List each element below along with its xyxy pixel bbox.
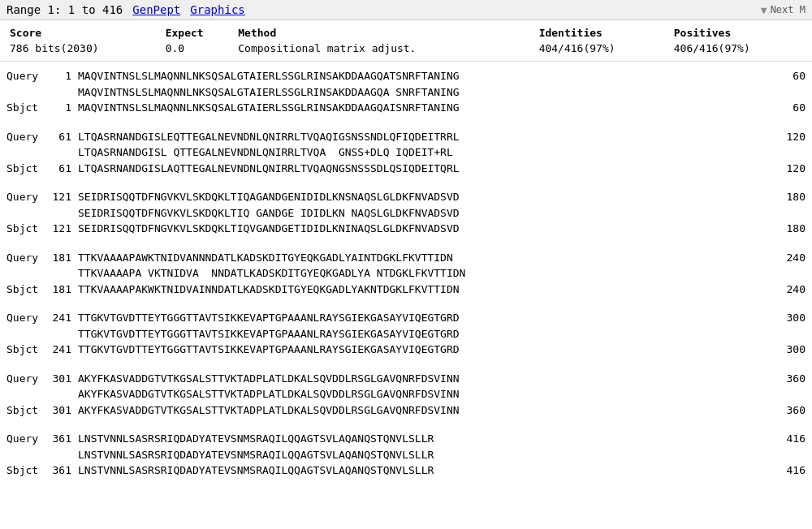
query-row: Query241TTGKVTGVDTTEYTGGGTTAVTSIKKEVAPTG… bbox=[6, 310, 806, 326]
graphics-link[interactable]: Graphics bbox=[190, 3, 244, 16]
sbjct-label: Sbjct bbox=[6, 342, 49, 358]
sbjct-start: 301 bbox=[49, 402, 78, 419]
sbjct-end: 240 bbox=[773, 282, 806, 298]
score-value: 786 bits(2030) bbox=[6, 41, 162, 56]
sbjct-label: Sbjct bbox=[6, 100, 49, 116]
expect-value: 0.0 bbox=[162, 41, 235, 56]
match-seq: TTKVAAAAPA VKTNIDVA NNDATLKADSKDITGYEQKG… bbox=[78, 265, 806, 282]
query-row: Query361LNSTVNNLSASRSRIQDADYATEVSNMSRAQI… bbox=[6, 431, 806, 447]
query-label: Query bbox=[6, 189, 49, 205]
query-label: Query bbox=[6, 371, 49, 387]
query-row: Query1MAQVINTNSLSLMAQNNLNKSQSALGTAIERLSS… bbox=[6, 68, 806, 84]
match-seq: AKYFKASVADDGTVTKGSALSTTVKTADPLATLDKALSQV… bbox=[78, 386, 806, 402]
sbjct-seq: MAQVINTNSLSLMAQNNLNKSQSALGTAIERLSSGLRINS… bbox=[78, 100, 773, 116]
scores-table: Score Expect Method Identities Positives… bbox=[6, 25, 806, 56]
sbjct-start: 61 bbox=[49, 161, 78, 177]
query-end: 360 bbox=[773, 371, 806, 387]
match-row: TTKVAAAAPA VKTNIDVA NNDATLKADSKDITGYEQKG… bbox=[6, 265, 806, 282]
identities-header: Identities bbox=[536, 25, 671, 41]
sbjct-label: Sbjct bbox=[6, 462, 49, 479]
sbjct-seq: AKYFKASVADDGTVTKGSALSTTVKTADPLATLDKALSQV… bbox=[78, 402, 773, 419]
query-row: Query181TTKVAAAAPAWKTNIDVANNNDATLKADSKDI… bbox=[6, 250, 806, 266]
method-header: Method bbox=[235, 25, 535, 41]
range-label: Range 1: 1 to 416 bbox=[6, 3, 123, 16]
query-row: Query61LTQASRNANDGISLEQTTEGALNEVNDNLQNIR… bbox=[6, 129, 806, 145]
sbjct-start: 181 bbox=[49, 282, 78, 298]
score-header: Score bbox=[6, 25, 162, 41]
sbjct-seq: TTGKVTGVDTTEYTGGGTTAVTSIKKEVAPTGPAAANLRA… bbox=[78, 342, 773, 358]
query-end: 416 bbox=[773, 431, 806, 447]
sbjct-seq: TTKVAAAAPAKWKTNIDVAINNDATLKADSKDITGYEQKG… bbox=[78, 282, 773, 298]
alignment-block-3: Query181TTKVAAAAPAWKTNIDVANNNDATLKADSKDI… bbox=[6, 250, 806, 298]
sbjct-row: Sbjct121SEIDRISQQTDFNGVKVLSKDQKLTIQVGAND… bbox=[6, 221, 806, 237]
sbjct-start: 241 bbox=[49, 342, 78, 358]
query-end: 120 bbox=[773, 129, 806, 145]
query-end: 180 bbox=[773, 189, 806, 205]
query-start: 241 bbox=[49, 310, 78, 326]
match-seq: SEIDRISQQTDFNGVKVLSKDQKLTIQ GANDGE IDIDL… bbox=[78, 205, 806, 221]
alignment-block-2: Query121SEIDRISQQTDFNGVKVLSKDQKLTIQAGAND… bbox=[6, 189, 806, 237]
sbjct-label: Sbjct bbox=[6, 282, 49, 298]
alignment-block-0: Query1MAQVINTNSLSLMAQNNLNKSQSALGTAIERLSS… bbox=[6, 68, 806, 116]
query-label: Query bbox=[6, 129, 49, 145]
query-start: 181 bbox=[49, 250, 78, 266]
query-seq: SEIDRISQQTDFNGVKVLSKDQKLTIQAGANDGENIDIDL… bbox=[78, 189, 773, 205]
next-match-label[interactable]: Next M bbox=[771, 4, 806, 15]
match-row: LNSTVNNLSASRSRIQDADYATEVSNMSRAQILQQAGTSV… bbox=[6, 447, 806, 463]
alignment-block-6: Query361LNSTVNNLSASRSRIQDADYATEVSNMSRAQI… bbox=[6, 431, 806, 479]
positives-header: Positives bbox=[671, 25, 806, 41]
query-label: Query bbox=[6, 431, 49, 447]
scores-section: Score Expect Method Identities Positives… bbox=[0, 20, 812, 62]
scores-row: 786 bits(2030) 0.0 Compositional matrix … bbox=[6, 41, 806, 56]
method-value: Compositional matrix adjust. bbox=[235, 41, 535, 56]
match-seq: LNSTVNNLSASRSRIQDADYATEVSNMSRAQILQQAGTSV… bbox=[78, 447, 806, 463]
sbjct-seq: LNSTVNNLSASRSRIQDADYATEVSNMSRAQILQQAGTSV… bbox=[78, 462, 773, 479]
query-end: 240 bbox=[773, 250, 806, 266]
query-seq: TTGKVTGVDTTEYTGGGTTAVTSIKKEVAPTGPAAANLRA… bbox=[78, 310, 773, 326]
sbjct-seq: LTQASRNANDGISLAQTTEGALNEVNDNLQNIRRLTVQAQ… bbox=[78, 161, 773, 177]
sbjct-row: Sbjct61LTQASRNANDGISLAQTTEGALNEVNDNLQNIR… bbox=[6, 161, 806, 177]
genpept-link[interactable]: GenPept bbox=[132, 3, 180, 16]
sbjct-start: 361 bbox=[49, 462, 78, 479]
sbjct-label: Sbjct bbox=[6, 221, 49, 237]
sbjct-end: 300 bbox=[773, 342, 806, 358]
sbjct-row: Sbjct361LNSTVNNLSASRSRIQDADYATEVSNMSRAQI… bbox=[6, 462, 806, 479]
alignment-block-4: Query241TTGKVTGVDTTEYTGGGTTAVTSIKKEVAPTG… bbox=[6, 310, 806, 358]
query-start: 61 bbox=[49, 129, 78, 145]
query-label: Query bbox=[6, 310, 49, 326]
expect-header: Expect bbox=[162, 25, 235, 41]
query-label: Query bbox=[6, 68, 49, 84]
query-start: 1 bbox=[49, 68, 78, 84]
query-seq: MAQVINTNSLSLMAQNNLNKSQSALGTAIERLSSGLRINS… bbox=[78, 68, 773, 84]
sbjct-end: 360 bbox=[773, 402, 806, 419]
query-end: 60 bbox=[773, 68, 806, 84]
match-row: MAQVINTNSLSLMAQNNLNKSQSALGTAIERLSSGLRINS… bbox=[6, 84, 806, 101]
match-row: TTGKVTGVDTTEYTGGGTTAVTSIKKEVAPTGPAAANLRA… bbox=[6, 326, 806, 342]
sbjct-row: Sbjct241TTGKVTGVDTTEYTGGGTTAVTSIKKEVAPTG… bbox=[6, 342, 806, 358]
query-start: 301 bbox=[49, 371, 78, 387]
query-seq: LTQASRNANDGISLEQTTEGALNEVNDNLQNIRRLTVQAQ… bbox=[78, 129, 773, 145]
query-seq: LNSTVNNLSASRSRIQDADYATEVSNMSRAQILQQAGTSV… bbox=[78, 431, 773, 447]
alignment-block-5: Query301AKYFKASVADDGTVTKGSALSTTVKTADPLAT… bbox=[6, 371, 806, 419]
query-start: 121 bbox=[49, 189, 78, 205]
query-end: 300 bbox=[773, 310, 806, 326]
sbjct-end: 416 bbox=[773, 462, 806, 479]
sbjct-label: Sbjct bbox=[6, 402, 49, 419]
sbjct-start: 1 bbox=[49, 100, 78, 116]
match-row: LTQASRNANDGISL QTTEGALNEVNDNLQNIRRLTVQA … bbox=[6, 144, 806, 161]
alignment-section: Query1MAQVINTNSLSLMAQNNLNKSQSALGTAIERLSS… bbox=[0, 62, 812, 498]
header-right: ▼ Next M bbox=[761, 4, 806, 16]
positives-value: 406/416(97%) bbox=[671, 41, 806, 56]
sbjct-row: Sbjct301AKYFKASVADDGTVTKGSALSTTVKTADPLAT… bbox=[6, 402, 806, 419]
sbjct-label: Sbjct bbox=[6, 161, 49, 177]
query-row: Query301AKYFKASVADDGTVTKGSALSTTVKTADPLAT… bbox=[6, 371, 806, 387]
alignment-block-1: Query61LTQASRNANDGISLEQTTEGALNEVNDNLQNIR… bbox=[6, 129, 806, 177]
query-start: 361 bbox=[49, 431, 78, 447]
match-row: SEIDRISQQTDFNGVKVLSKDQKLTIQ GANDGE IDIDL… bbox=[6, 205, 806, 221]
sbjct-end: 180 bbox=[773, 221, 806, 237]
sbjct-row: Sbjct1MAQVINTNSLSLMAQNNLNKSQSALGTAIERLSS… bbox=[6, 100, 806, 116]
sbjct-start: 121 bbox=[49, 221, 78, 237]
query-seq: AKYFKASVADDGTVTKGSALSTTVKTADPLATLDKALSQV… bbox=[78, 371, 773, 387]
query-label: Query bbox=[6, 250, 49, 266]
header-left: Range 1: 1 to 416 GenPept Graphics bbox=[6, 3, 245, 16]
